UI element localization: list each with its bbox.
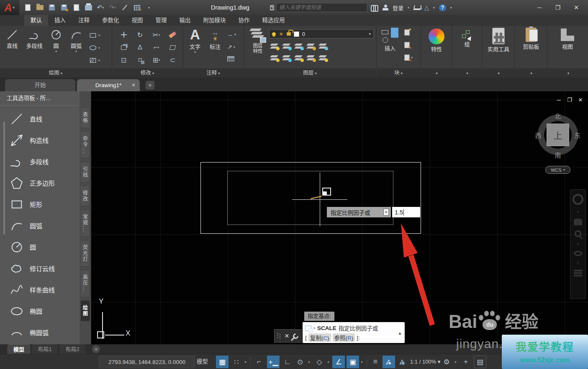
arc-button[interactable]: 圆弧 ▾ — [66, 28, 86, 53]
a360-dropdown-icon[interactable]: ▾ — [433, 6, 435, 10]
pan-icon[interactable] — [574, 219, 582, 225]
array-icon[interactable]: ⊞▾ — [148, 54, 164, 66]
dynamic-input-icon[interactable]: +▁ — [267, 356, 280, 368]
rotate-icon[interactable]: ↻ — [132, 28, 148, 41]
minimize-button[interactable]: ─ — [530, 0, 549, 15]
ribbon-tab[interactable]: 附加模块 — [197, 15, 232, 26]
isolate-objects-icon[interactable]: ▤ — [474, 356, 486, 368]
mirror-icon[interactable]: ∆ — [132, 41, 148, 54]
table-button[interactable] — [227, 56, 234, 62]
isodraft-icon[interactable]: ◇ — [313, 356, 326, 368]
ribbon-tab[interactable]: 管理 — [149, 15, 173, 26]
ribbon-tab[interactable]: 协作 — [232, 15, 256, 26]
infer-constraints-icon[interactable]: ⌐ — [253, 356, 265, 368]
line-button[interactable]: 直线 — [3, 28, 22, 49]
polar-dropdown-icon[interactable]: ▾ — [306, 356, 312, 368]
layer-paint-icon[interactable] — [318, 54, 328, 62]
copy-option-chip[interactable]: 复制(C) — [308, 333, 331, 342]
chevron-down-icon[interactable]: ▾ — [369, 32, 371, 36]
palette-side-tab[interactable]: 表格 — [81, 107, 90, 128]
save-icon[interactable] — [48, 3, 56, 12]
customization-icon[interactable]: + — [460, 356, 472, 368]
define-attributes-button[interactable]: ▾ — [404, 54, 413, 61]
ribbon-tab[interactable]: 视图 — [126, 15, 149, 26]
login-button[interactable]: 登录 — [393, 4, 403, 12]
snap-dropdown-icon[interactable]: ▾ — [243, 356, 248, 368]
palette-title[interactable]: 工具选项板 - 所... — [0, 91, 80, 106]
ribbon-tab[interactable]: 注释 — [72, 15, 96, 26]
viewcube-south[interactable]: 南 — [555, 150, 561, 159]
help-dropdown-icon[interactable]: ▾ — [450, 6, 452, 10]
object-snap-tracking-icon[interactable]: ∠ — [332, 356, 345, 368]
panel-label-view[interactable]: ▾ — [547, 68, 588, 77]
search-expand-icon[interactable]: ▸ — [270, 5, 274, 10]
close-button[interactable]: ✕ — [567, 0, 585, 15]
insert-block-button[interactable]: 插入 — [379, 28, 401, 52]
file-tab-start[interactable]: 开始 — [5, 79, 75, 91]
command-line-grip[interactable]: ✕ — [274, 329, 302, 343]
chevron-down-icon[interactable]: ▾ — [75, 50, 77, 53]
circle-button[interactable]: 圆 ▾ — [47, 28, 65, 53]
layer-unisolate-icon[interactable] — [282, 54, 292, 62]
palette-item-xline[interactable]: 构造线 — [0, 129, 80, 151]
rectangle-button[interactable]: ▾ — [89, 31, 100, 39]
help-icon[interactable]: ? — [439, 4, 446, 11]
palette-side-tab[interactable]: 绘图 — [81, 300, 90, 321]
panel-label-draw[interactable]: 绘图▾ — [0, 68, 112, 77]
lineweight-icon[interactable]: ≡ — [369, 356, 382, 368]
hatch-button[interactable]: ▾ — [89, 56, 100, 65]
drawing-restore-button[interactable]: ❐ — [565, 97, 574, 103]
tab-layout1[interactable]: 布局1 — [32, 344, 58, 354]
line-tool-icon[interactable] — [121, 3, 129, 12]
palette-item-arc[interactable]: 圆弧 — [0, 215, 80, 236]
search-icon[interactable] — [371, 5, 378, 10]
close-tab-icon[interactable]: ✕ — [131, 79, 136, 91]
object-snap-icon[interactable]: ▣ — [347, 356, 359, 368]
layer-off-icon[interactable] — [270, 43, 280, 50]
ribbon-tab[interactable]: 精选应用 — [256, 15, 291, 26]
palette-item-line[interactable]: 直线 — [0, 108, 80, 129]
app-store-cart-icon[interactable] — [413, 5, 420, 10]
utilities-button[interactable]: 实用工具 — [485, 28, 511, 53]
viewcube-north[interactable]: 北 — [555, 111, 561, 120]
layer-lock-icon[interactable] — [306, 43, 316, 50]
chevron-down-icon[interactable]: ▾ — [55, 50, 57, 53]
annotation-visibility-icon[interactable] — [383, 356, 395, 368]
viewcube-east[interactable]: 东 — [574, 131, 580, 139]
erase-icon[interactable] — [164, 28, 181, 41]
undo-icon[interactable]: ↶▾ — [96, 3, 105, 12]
file-tab-drawing1[interactable]: Drawing1*✕ — [77, 79, 140, 91]
nav-wheel-icon[interactable] — [573, 194, 583, 205]
maximize-button[interactable]: ❐ — [549, 0, 567, 15]
polyline-button[interactable]: 多段线 — [23, 28, 46, 49]
viewcube-west[interactable]: 西 — [535, 131, 541, 139]
dynamic-input-options-icon[interactable]: ▾ — [383, 209, 389, 216]
layer-isolate-icon[interactable] — [282, 43, 292, 50]
text-button[interactable]: A 文字 ▾ — [186, 28, 204, 54]
palette-item-earc[interactable]: 椭圆弧 — [0, 322, 80, 343]
trim-icon[interactable]: ✂▾ — [148, 28, 164, 41]
sheet-set-icon[interactable] — [133, 3, 141, 12]
close-icon[interactable]: ✕ — [285, 333, 290, 339]
annotation-scale-button[interactable]: 1:1 / 100% ▾ — [410, 356, 440, 368]
properties-button[interactable]: 特性 — [428, 28, 445, 53]
zoom-icon[interactable] — [575, 230, 581, 237]
palette-item-pline[interactable]: 多段线 — [0, 151, 80, 172]
save-as-icon[interactable] — [60, 3, 68, 12]
palette-scrollbar[interactable] — [3, 121, 5, 235]
layer-on-all-icon[interactable] — [270, 54, 280, 62]
panel-label-block[interactable]: 块▾ — [377, 68, 421, 77]
clipboard-button[interactable]: 剪贴板 — [521, 28, 542, 50]
polar-tracking-icon[interactable]: ⊙ — [294, 356, 306, 368]
ribbon-tab[interactable]: 输出 — [173, 15, 197, 26]
autocad-logo[interactable]: A▾ — [0, 0, 19, 15]
a360-icon[interactable]: △ — [424, 4, 429, 11]
drawing-close-button[interactable]: ✕ — [576, 97, 585, 103]
stretch-icon[interactable]: ⊡ — [116, 54, 132, 66]
scale-icon[interactable] — [132, 54, 148, 66]
linear-dim-button[interactable]: ↔▾ — [227, 31, 236, 38]
reference-option-chip[interactable]: 参照(R) — [333, 333, 355, 342]
layer-dropdown[interactable]: ☀ 0 ▾ — [269, 29, 374, 39]
panel-label-modify[interactable]: 修改▾ — [112, 68, 183, 77]
chevron-down-icon[interactable]: ▾ — [577, 242, 579, 246]
